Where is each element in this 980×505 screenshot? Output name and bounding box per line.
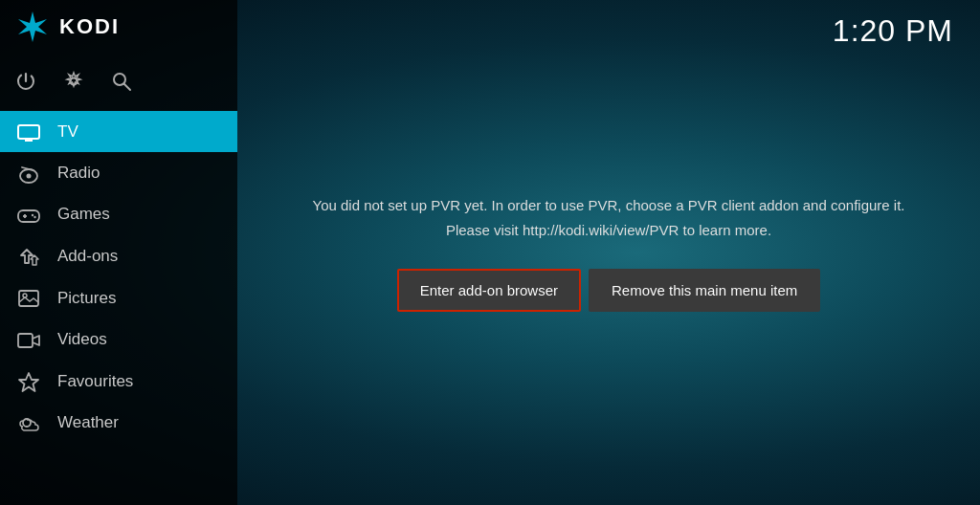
svg-point-3	[71, 77, 78, 84]
weather-icon	[15, 413, 42, 433]
svg-rect-17	[19, 291, 38, 306]
remove-menu-item-button[interactable]: Remove this main menu item	[589, 269, 820, 312]
svg-point-15	[32, 214, 33, 216]
svg-point-16	[33, 216, 35, 218]
enter-addon-browser-button[interactable]: Enter add-on browser	[397, 269, 581, 312]
power-icon[interactable]	[15, 69, 36, 92]
sidebar-item-favourites[interactable]: Favourites	[0, 361, 237, 403]
search-icon[interactable]	[111, 69, 132, 92]
favourites-icon	[15, 371, 42, 392]
sidebar-item-weather-label: Weather	[57, 413, 119, 432]
svg-line-5	[124, 83, 131, 90]
svg-point-10	[27, 173, 32, 178]
pvr-buttons: Enter add-on browser Remove this main me…	[397, 269, 821, 312]
sidebar-item-addons[interactable]: Add-ons	[0, 235, 237, 277]
pvr-container: You did not set up PVR yet. In order to …	[313, 193, 905, 312]
sidebar-item-games[interactable]: Games	[0, 194, 237, 235]
clock: 1:20 PM	[833, 13, 953, 49]
sidebar-item-addons-label: Add-ons	[57, 247, 118, 266]
svg-rect-19	[18, 334, 33, 347]
main-content: You did not set up PVR yet. In order to …	[237, 0, 980, 505]
svg-marker-20	[19, 373, 38, 391]
addons-icon	[15, 246, 42, 267]
toolbar	[0, 54, 237, 107]
pvr-message-line1: You did not set up PVR yet. In order to …	[313, 197, 905, 213]
svg-rect-12	[18, 210, 39, 222]
sidebar-item-radio[interactable]: Radio	[0, 152, 237, 193]
sidebar-item-pictures-label: Pictures	[57, 289, 116, 308]
sidebar-item-videos-label: Videos	[57, 330, 107, 349]
radio-icon	[15, 163, 42, 183]
sidebar-item-radio-label: Radio	[57, 164, 100, 183]
settings-icon[interactable]	[63, 69, 84, 92]
sidebar-item-weather[interactable]: Weather	[0, 403, 237, 444]
nav-list: TV Radio	[0, 111, 237, 505]
svg-marker-0	[18, 11, 47, 42]
videos-icon	[15, 329, 42, 349]
svg-rect-6	[18, 125, 39, 139]
sidebar-item-videos[interactable]: Videos	[0, 318, 237, 360]
tv-icon	[15, 121, 42, 142]
sidebar: KODI	[0, 0, 237, 505]
app-name: KODI	[59, 14, 120, 39]
sidebar-item-pictures[interactable]: Pictures	[0, 277, 237, 318]
sidebar-item-tv-label: TV	[57, 122, 78, 142]
pvr-message: You did not set up PVR yet. In order to …	[313, 193, 905, 242]
sidebar-item-games-label: Games	[57, 205, 110, 224]
pvr-message-line2: Please visit http://kodi.wiki/view/PVR t…	[446, 222, 771, 238]
kodi-logo-icon	[15, 10, 50, 44]
sidebar-item-favourites-label: Favourites	[57, 372, 133, 391]
sidebar-item-tv[interactable]: TV	[0, 111, 237, 152]
logo-bar: KODI	[0, 0, 237, 54]
games-icon	[15, 205, 42, 225]
pictures-icon	[15, 288, 42, 308]
